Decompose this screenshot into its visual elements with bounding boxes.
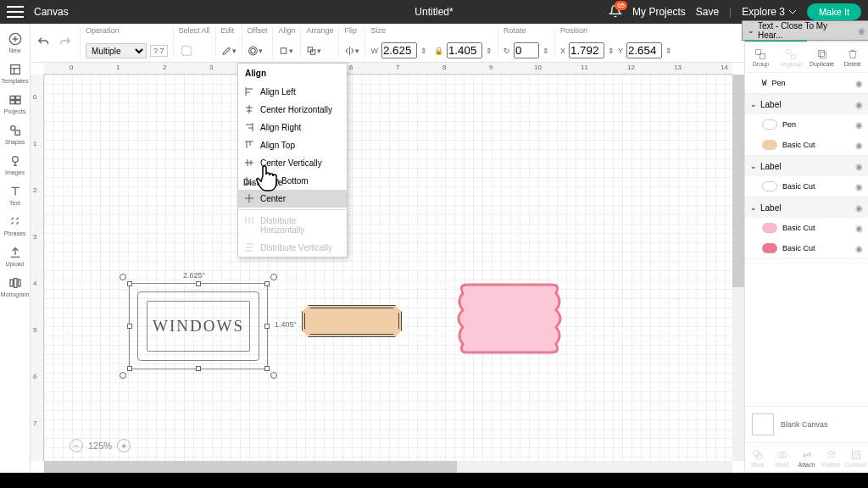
attach-button[interactable]: Attach xyxy=(794,443,819,473)
height-input[interactable] xyxy=(447,42,482,58)
svg-rect-15 xyxy=(281,48,287,54)
ruler-vertical: 0123 4567 xyxy=(31,75,44,461)
visibility-icon[interactable]: ◉ xyxy=(855,244,863,253)
resize-handle[interactable] xyxy=(127,324,132,329)
duplicate-button[interactable]: Duplicate xyxy=(807,42,837,72)
zoom-controls: − 125% + xyxy=(70,439,131,452)
group-button[interactable]: Group xyxy=(745,42,776,72)
arrange-button[interactable]: ▾ xyxy=(306,43,321,58)
layer-text-group[interactable]: ⌄Text - Close To My Hear...◉ xyxy=(742,20,868,41)
resize-handle[interactable] xyxy=(264,281,270,286)
machine-selector[interactable]: Explore 3 xyxy=(742,6,797,18)
notification-badge: 05 xyxy=(615,1,627,10)
select-all-button[interactable] xyxy=(179,43,194,58)
offset-button[interactable]: ▾ xyxy=(248,43,263,58)
visibility-icon[interactable]: ◉ xyxy=(855,182,863,191)
monogram-button[interactable]: Monogram xyxy=(0,271,31,302)
visibility-icon[interactable]: ◉ xyxy=(855,141,863,150)
undo-button[interactable] xyxy=(36,35,51,50)
menu-icon[interactable] xyxy=(7,6,24,18)
layer-label-group[interactable]: ⌄Label◉ xyxy=(745,156,868,176)
layer-item[interactable]: Pen◉ xyxy=(745,114,868,135)
notifications-icon[interactable]: 05 xyxy=(609,4,622,20)
svg-rect-28 xyxy=(852,451,860,458)
svg-rect-10 xyxy=(14,278,16,287)
layer-item[interactable]: Basic Cut◉ xyxy=(745,135,868,155)
width-input[interactable] xyxy=(381,42,417,58)
document-title: Untitled* xyxy=(415,6,453,18)
blank-canvas-row[interactable]: Blank Canvas xyxy=(745,406,868,442)
center-horizontally-item[interactable]: Center Horizontally xyxy=(238,101,347,119)
x-input[interactable] xyxy=(569,42,604,58)
resize-handle[interactable] xyxy=(264,366,270,371)
align-right-item[interactable]: Align Right xyxy=(238,119,347,136)
svg-rect-20 xyxy=(787,49,791,53)
canvas-workspace[interactable]: 0123 4567 891011 121314 0123 4567 2.625"… xyxy=(31,63,744,473)
svg-point-29 xyxy=(854,452,858,457)
align-top-item[interactable]: Align Top xyxy=(238,136,347,154)
layer-label-group[interactable]: ⌄Label◉ xyxy=(745,94,868,114)
upload-button[interactable]: Upload xyxy=(0,241,31,271)
delete-button[interactable]: Delete xyxy=(837,42,868,72)
layer-item[interactable]: Basic Cut◉ xyxy=(745,218,868,238)
projects-button[interactable]: Projects xyxy=(0,88,31,119)
layer-item[interactable]: Basic Cut◉ xyxy=(745,176,868,197)
lock-aspect-icon[interactable]: 🔒 xyxy=(434,47,443,55)
resize-handle[interactable] xyxy=(127,281,132,286)
resize-handle[interactable] xyxy=(264,324,270,329)
resize-handle[interactable] xyxy=(127,366,132,371)
bottom-bar xyxy=(0,473,868,488)
left-sidebar: New Templates Projects Shapes Images Tex… xyxy=(0,24,31,488)
zoom-in-button[interactable]: + xyxy=(117,439,131,452)
flip-button[interactable]: ▾ xyxy=(344,43,359,58)
y-input[interactable] xyxy=(626,42,662,58)
save-button[interactable]: Save xyxy=(696,6,719,18)
rotate-handle[interactable] xyxy=(270,372,277,379)
rotate-input[interactable] xyxy=(514,42,539,58)
rotate-handle[interactable] xyxy=(120,372,126,379)
flatten-button: Flatten xyxy=(819,443,843,473)
layer-item[interactable]: Basic Cut◉ xyxy=(745,238,868,258)
pink-label-shape[interactable] xyxy=(454,276,565,361)
visibility-icon[interactable]: ◉ xyxy=(855,203,863,213)
svg-rect-3 xyxy=(15,96,19,99)
chevron-down-icon xyxy=(788,8,797,16)
rotate-handle[interactable] xyxy=(270,274,277,280)
horizontal-scrollbar[interactable] xyxy=(44,461,732,473)
layers-panel: Layers Color Sync Group Ungroup Duplicat… xyxy=(744,24,868,473)
layer-label-group[interactable]: ⌄Label◉ xyxy=(745,197,868,218)
zoom-out-button[interactable]: − xyxy=(70,439,83,452)
width-dimension: 2.625" xyxy=(183,271,205,280)
templates-button[interactable]: Templates xyxy=(0,58,31,88)
make-it-button[interactable]: Make It xyxy=(807,3,861,20)
align-left-item[interactable]: Align Left xyxy=(238,83,347,101)
edit-button[interactable]: ▾ xyxy=(221,43,236,58)
rotate-handle[interactable] xyxy=(120,274,126,280)
redo-button[interactable] xyxy=(58,35,73,50)
align-button[interactable]: ▾ xyxy=(278,43,293,58)
shapes-button[interactable]: Shapes xyxy=(0,119,31,149)
vertical-scrollbar[interactable] xyxy=(732,75,744,461)
visibility-icon[interactable]: ◉ xyxy=(855,100,863,109)
operation-select[interactable]: Multiple xyxy=(86,43,147,58)
visibility-icon[interactable]: ◉ xyxy=(855,79,863,88)
resize-handle[interactable] xyxy=(196,281,201,286)
visibility-icon[interactable]: ◉ xyxy=(858,26,865,36)
svg-rect-21 xyxy=(792,54,796,58)
phrases-button[interactable]: Phrases xyxy=(0,210,31,241)
svg-point-14 xyxy=(250,48,254,53)
svg-rect-23 xyxy=(820,52,826,58)
my-projects-link[interactable]: My Projects xyxy=(632,6,686,18)
new-button[interactable]: New xyxy=(0,27,31,58)
visibility-icon[interactable]: ◉ xyxy=(855,120,863,130)
svg-point-13 xyxy=(248,47,257,55)
resize-handle[interactable] xyxy=(196,366,201,371)
zoom-level: 125% xyxy=(88,441,112,451)
images-button[interactable]: Images xyxy=(0,149,31,180)
text-button[interactable]: Text xyxy=(0,180,31,210)
selected-label-shape[interactable]: WINDOWS xyxy=(132,286,264,366)
canvas-label: Canvas xyxy=(34,6,69,18)
visibility-icon[interactable]: ◉ xyxy=(855,162,863,171)
layer-item[interactable]: WPen◉ xyxy=(745,73,868,93)
visibility-icon[interactable]: ◉ xyxy=(855,224,863,233)
